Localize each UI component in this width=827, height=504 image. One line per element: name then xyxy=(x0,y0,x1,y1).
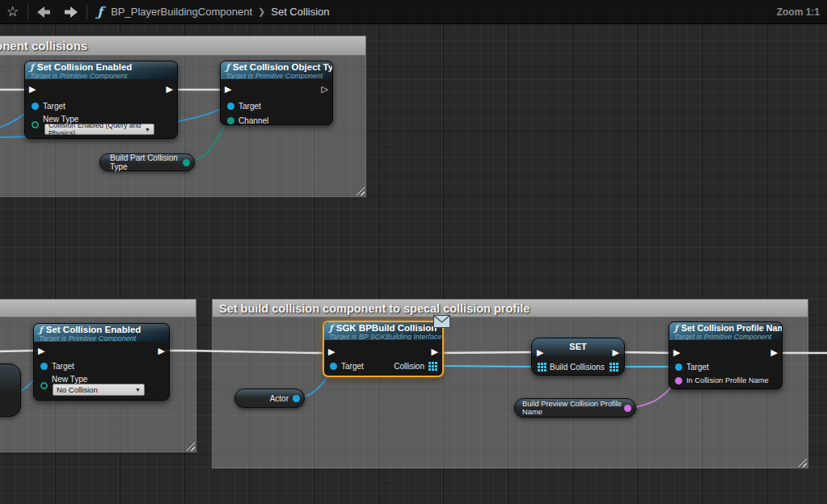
new-type-pin-label: New Type xyxy=(52,375,87,384)
target-pin-label: Target xyxy=(238,102,261,111)
function-graph-icon: ƒ xyxy=(97,4,103,19)
exec-in-pin[interactable] xyxy=(29,85,36,94)
dropdown-caret-icon: ▼ xyxy=(135,387,141,393)
target-pin-label: Target xyxy=(43,102,65,111)
node-titlebar: ƒSGK BPBuild Collision Target is BP SGKB… xyxy=(324,322,442,340)
target-pin-label: Target xyxy=(52,362,74,371)
build-collisions-label: Build Collisions xyxy=(550,363,605,372)
node-set-collision-enabled-2[interactable]: ƒSet Collision Enabled Target is Primiti… xyxy=(33,323,170,401)
comment-title-text: onent collisions xyxy=(0,37,87,54)
message-envelope-icon xyxy=(433,315,450,328)
node-title: SGK BPBuild Collision xyxy=(336,323,437,333)
node-subtitle: Target is Primitive Component xyxy=(674,334,777,340)
node-titlebar: ƒSet Collision Object Type Target is Pri… xyxy=(221,61,332,79)
new-type-pin[interactable] xyxy=(32,121,39,128)
comment-title-component-collisions[interactable]: onent collisions xyxy=(0,36,365,56)
node-set-collision-enabled-1[interactable]: ƒSet Collision Enabled Target is Primiti… xyxy=(24,61,178,139)
set-node-title: SET xyxy=(532,342,624,351)
exec-in-pin[interactable] xyxy=(38,346,44,355)
exec-out-pin[interactable] xyxy=(158,346,165,355)
node-subtitle: Target is Primitive Component xyxy=(30,73,172,79)
pill-build-preview-collision-profile-name[interactable]: Build Preview Collision Profile Name xyxy=(514,398,636,418)
target-pin[interactable] xyxy=(40,363,48,370)
node-sgk-bpbuild-collision[interactable]: ƒSGK BPBuild Collision Target is BP SGKB… xyxy=(323,321,444,377)
new-type-dropdown[interactable]: No Collision ▼ xyxy=(53,384,145,396)
channel-pin[interactable] xyxy=(227,117,234,124)
blueprint-editor: onent collisions Set build collision com… xyxy=(0,0,827,504)
comment-resize-handle[interactable] xyxy=(186,442,195,451)
in-collision-profile-name-label: In Collision Profile Name xyxy=(686,376,769,385)
exec-out-pin[interactable] xyxy=(322,85,328,94)
node-subtitle: Target is BP SGKBuilding Interface xyxy=(329,334,437,340)
channel-pin-label: Channel xyxy=(238,116,268,125)
build-collisions-in-pin[interactable] xyxy=(538,363,546,372)
dropdown-value: No Collision xyxy=(57,385,98,394)
build-collisions-out-pin[interactable] xyxy=(610,363,618,372)
breadcrumb-parent[interactable]: BP_PlayerBuildingComponent xyxy=(111,6,252,18)
target-pin-label: Target xyxy=(686,363,709,372)
exec-in-pin[interactable] xyxy=(537,348,543,357)
comment-resize-handle[interactable] xyxy=(356,187,365,195)
partial-node-offscreen[interactable] xyxy=(0,363,21,417)
exec-in-pin[interactable] xyxy=(673,348,680,357)
node-title: Set Collision Object Type xyxy=(233,62,332,72)
dropdown-value: Collision Enabled (Query and Physics) xyxy=(49,121,142,137)
toolbar-divider xyxy=(27,5,28,19)
new-type-dropdown[interactable]: Collision Enabled (Query and Physics) ▼ xyxy=(44,124,154,135)
breadcrumb-chevron-icon: ❯ xyxy=(258,6,265,17)
target-pin[interactable] xyxy=(675,363,682,371)
exec-out-pin[interactable] xyxy=(771,348,778,357)
node-set-build-collisions[interactable]: SET Build Collisions xyxy=(531,338,625,376)
node-titlebar: ƒSet Collision Profile Name Target is Pr… xyxy=(669,322,782,340)
exec-in-pin[interactable] xyxy=(225,85,231,94)
pill-label: Build Part Collision Type xyxy=(110,153,183,171)
exec-out-pin[interactable] xyxy=(167,85,173,94)
target-pin[interactable] xyxy=(32,103,39,110)
in-collision-profile-name-pin[interactable] xyxy=(675,377,682,384)
favorite-star-icon[interactable]: ☆ xyxy=(6,3,19,20)
node-title: Set Collision Enabled xyxy=(46,325,141,334)
node-title: Set Collision Enabled xyxy=(37,62,133,72)
build-part-collision-type-pin[interactable] xyxy=(183,159,190,166)
dropdown-caret-icon: ▼ xyxy=(145,127,150,132)
exec-out-pin[interactable] xyxy=(432,347,438,356)
comment-title-unnamed[interactable] xyxy=(0,300,196,317)
forward-arrow-icon[interactable] xyxy=(62,5,78,19)
pill-build-part-collision-type[interactable]: Build Part Collision Type xyxy=(99,153,195,171)
node-set-collision-profile-name[interactable]: ƒSet Collision Profile Name Target is Pr… xyxy=(669,321,783,389)
pill-label: Build Preview Collision Profile Name xyxy=(522,400,624,416)
build-preview-out-pin[interactable] xyxy=(624,405,631,412)
graph-toolbar: ☆ ƒ BP_PlayerBuildingComponent ❯ Set Col… xyxy=(0,0,827,24)
back-arrow-icon[interactable] xyxy=(36,5,53,19)
zoom-level-label: Zoom 1:1 xyxy=(777,6,820,18)
actor-out-pin[interactable] xyxy=(293,395,300,402)
toolbar-divider xyxy=(86,5,87,19)
pill-label: Actor xyxy=(270,394,289,403)
node-titlebar: ƒSet Collision Enabled Target is Primiti… xyxy=(34,324,169,342)
comment-title-build-collision[interactable]: Set build collision component to specal … xyxy=(213,300,808,317)
target-pin-label: Target xyxy=(341,362,364,371)
collision-array-pin[interactable] xyxy=(428,362,437,371)
node-set-collision-object-type[interactable]: ƒSet Collision Object Type Target is Pri… xyxy=(220,61,333,125)
exec-out-pin[interactable] xyxy=(613,348,619,357)
breadcrumb-current: Set Collision xyxy=(271,6,329,18)
comment-resize-handle[interactable] xyxy=(798,458,807,467)
target-pin[interactable] xyxy=(330,363,337,370)
node-title: Set Collision Profile Name xyxy=(681,323,782,333)
pill-actor[interactable]: Actor xyxy=(234,388,305,408)
node-titlebar: ƒSet Collision Enabled Target is Primiti… xyxy=(25,61,177,79)
new-type-pin[interactable] xyxy=(40,382,48,389)
target-pin[interactable] xyxy=(227,103,234,110)
node-subtitle: Target is Primitive Component xyxy=(226,73,327,79)
collision-pin-label: Collision xyxy=(394,362,424,371)
exec-in-pin[interactable] xyxy=(328,347,335,356)
node-subtitle: Target is Primitive Component xyxy=(39,335,164,342)
